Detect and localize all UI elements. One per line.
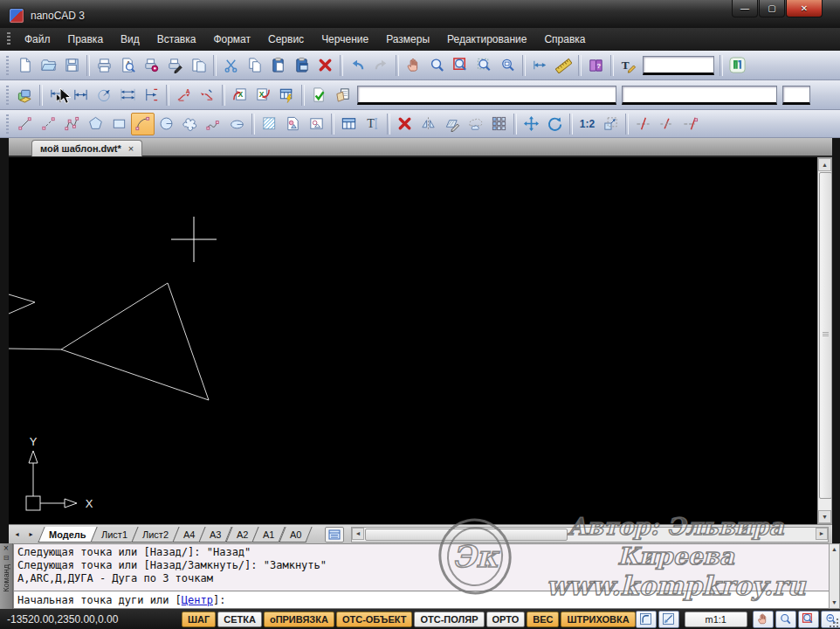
mirror-button[interactable] [417, 113, 440, 135]
paste-button[interactable] [266, 54, 290, 77]
plot-settings-button[interactable] [140, 54, 163, 77]
import-table-button[interactable]: X [228, 84, 251, 107]
sheet-tab-list2[interactable]: Лист2 [131, 527, 179, 543]
arc-button[interactable] [131, 113, 155, 135]
line-button[interactable] [13, 113, 37, 135]
sheet-list-icon[interactable] [325, 527, 344, 543]
command-option-link[interactable]: Центр [182, 594, 213, 606]
drawing-canvas[interactable]: Y X [9, 157, 817, 524]
leader-edit-button[interactable] [196, 84, 219, 107]
leader-button[interactable]: A [172, 84, 196, 107]
join-button[interactable] [678, 113, 702, 135]
erase-button[interactable] [313, 54, 337, 77]
edit-hatch-button[interactable] [440, 113, 464, 135]
scale-list-button[interactable]: 1:2 [575, 113, 599, 135]
dimension-chain-button[interactable] [116, 84, 140, 107]
zoom-button[interactable] [425, 54, 449, 77]
viewport-scale-field[interactable]: m1:1 [685, 612, 747, 627]
minimize-button[interactable]: — [732, 0, 758, 17]
print-button[interactable] [93, 54, 116, 77]
ruler-button[interactable] [552, 54, 575, 77]
menu-item-edit[interactable]: Правка [59, 30, 113, 49]
measure-distance-button[interactable] [528, 54, 552, 77]
rectangle-button[interactable] [107, 113, 131, 135]
dimension-linear-button[interactable] [69, 84, 93, 107]
construction-line-button[interactable] [37, 113, 60, 135]
menu-item-insert[interactable]: Вставка [148, 30, 205, 49]
circle-button[interactable] [155, 113, 178, 135]
menu-item-format[interactable]: Формат [204, 30, 259, 49]
sheet-tab-model[interactable]: Модель [38, 527, 97, 543]
close-panel-icon[interactable]: × [3, 543, 9, 554]
layer-field[interactable] [622, 86, 777, 105]
color-field[interactable] [782, 86, 810, 105]
new-button[interactable] [13, 54, 37, 77]
command-input[interactable]: Начальная точка дуги или [Центр]: [14, 591, 829, 608]
menu-item-modify[interactable]: Редактирование [438, 30, 535, 49]
menu-item-draft[interactable]: Черчение [313, 30, 377, 49]
scrollbar-thumb[interactable] [365, 529, 568, 541]
sheet-tab-a0[interactable]: A0 [279, 527, 313, 543]
arc-corner-icon[interactable] [636, 611, 657, 628]
page-setup-button[interactable] [187, 54, 210, 77]
move-button[interactable] [520, 113, 543, 135]
undo-button[interactable] [346, 54, 369, 77]
command-scrollbar[interactable]: ▲ ▼ [829, 543, 840, 609]
dimension-radius-button[interactable] [93, 84, 116, 107]
text-button[interactable]: T [361, 113, 384, 135]
array-button[interactable] [487, 113, 511, 135]
sheet-nav-left-icon[interactable]: ◂ [11, 529, 23, 541]
close-tab-icon[interactable]: × [128, 143, 134, 154]
nanocad-home-button[interactable] [726, 54, 749, 77]
paste-special-button[interactable] [290, 54, 313, 77]
find-text-button[interactable]: T [616, 54, 640, 77]
menu-item-view[interactable]: Вид [112, 30, 148, 49]
pin-panel-icon[interactable]: ⊟ [3, 554, 10, 563]
rotate-button[interactable] [543, 113, 567, 135]
polygon-button[interactable] [84, 113, 107, 135]
copy-button[interactable] [243, 54, 266, 77]
print-preview-button[interactable]: A [116, 54, 140, 77]
style-field[interactable] [357, 86, 616, 105]
scrollbar-thumb[interactable] [819, 172, 832, 499]
menu-item-tools[interactable]: Сервис [259, 30, 313, 49]
close-button[interactable]: ✕ [786, 0, 823, 17]
menu-item-dimensions[interactable]: Размеры [377, 30, 438, 49]
table-edit-button[interactable] [275, 84, 299, 107]
canvas-horizontal-scrollbar[interactable]: ◄ ► [351, 527, 829, 543]
polyline-button[interactable] [60, 113, 84, 135]
spell-check-button[interactable] [307, 84, 331, 107]
command-history[interactable]: Следующая точка или [Назад/]: "Назад" Сл… [14, 544, 829, 591]
publish-button[interactable] [163, 54, 187, 77]
menu-item-help[interactable]: Справка [535, 30, 594, 49]
open-button[interactable] [37, 54, 60, 77]
resize-grip[interactable] [829, 618, 839, 628]
canvas-vertical-scrollbar[interactable]: ▲ ▼ [817, 157, 832, 524]
offset-button[interactable] [464, 113, 487, 135]
zoom-window-icon[interactable] [798, 611, 819, 628]
dimension-baseline-button[interactable] [140, 84, 163, 107]
toggle-ortho[interactable]: ОРТО [486, 612, 526, 627]
sheet-nav-right-icon[interactable]: ▸ [25, 529, 37, 541]
spline-button[interactable] [202, 113, 225, 135]
toolbar-grip[interactable] [6, 86, 9, 105]
toggle-grid[interactable]: СЕТКА [217, 612, 262, 627]
notes-button[interactable] [331, 84, 355, 107]
help-button[interactable]: ? [584, 54, 608, 77]
find-field[interactable] [643, 56, 714, 75]
toolbar-grip[interactable] [6, 114, 9, 134]
toggle-hatch[interactable]: ШТРИХОВКА [561, 612, 635, 627]
toggle-otrack-polar[interactable]: ОТС-ПОЛЯР [414, 612, 484, 627]
sheet-tab-list1[interactable]: Лист1 [90, 527, 138, 543]
redo-button[interactable] [369, 54, 393, 77]
pan-button[interactable] [402, 54, 425, 77]
toggle-snap-step[interactable]: ШАГ [182, 612, 216, 627]
cloud-button[interactable] [178, 113, 202, 135]
zoom-extents-button[interactable] [496, 54, 520, 77]
scale-button[interactable] [599, 113, 623, 135]
dimension-auto-button[interactable] [45, 84, 69, 107]
menu-item-file[interactable]: Файл [16, 30, 59, 49]
delete-button[interactable] [393, 113, 417, 135]
scroll-down-icon[interactable]: ▼ [831, 598, 837, 608]
toggle-osnap[interactable]: оПРИВЯЗКА [264, 612, 334, 627]
